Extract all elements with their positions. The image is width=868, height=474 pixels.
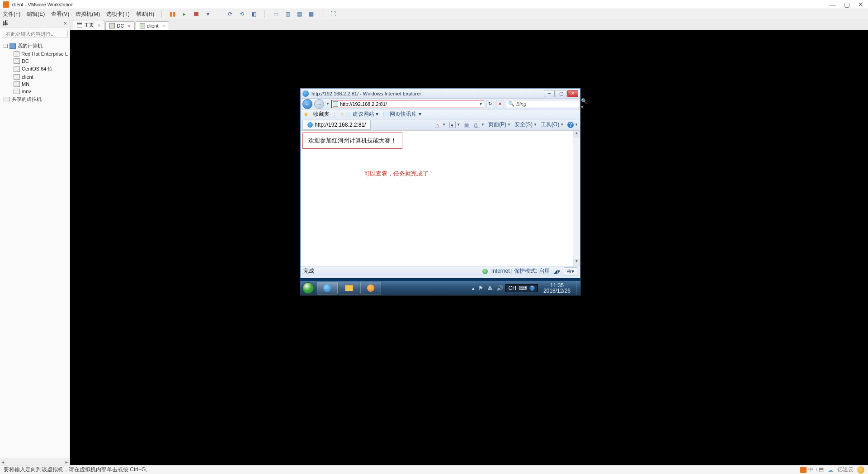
minimize-button[interactable]: — [830,1,836,8]
search-bar[interactable]: 🔍 🔍▾ [506,100,578,108]
snapshot-manager-icon[interactable]: ◧ [250,10,257,18]
search-go-icon[interactable]: 🔍▾ [581,98,587,110]
clock-date: 2018/12/26 [543,288,571,294]
pause-vm-icon[interactable]: ▮▮ [169,10,176,18]
ie-window: http://192.168.2.2:81/ - Windows Interne… [300,88,580,278]
menu-vm[interactable]: 虚拟机(M) [75,10,100,18]
help-icon[interactable]: ?▼ [567,122,578,128]
watermark-text: 亿速云 [837,466,854,474]
menu-edit[interactable]: 编辑(E) [27,10,45,18]
maximize-button[interactable]: ▢ [844,1,850,8]
feeds-icon[interactable]: ➧▼ [449,122,460,128]
view-thumbnail-icon[interactable]: ▥ [284,10,291,18]
tab-close-icon[interactable]: × [98,23,100,28]
back-button[interactable]: ← [302,99,312,109]
show-desktop-button[interactable] [576,281,580,295]
view-console-icon[interactable]: ▭ [272,10,279,18]
ime-icon[interactable]: ⌨ [519,285,527,291]
guest-desktop[interactable]: http://192.168.2.2:81/ - Windows Interne… [300,88,581,296]
tree-item-client[interactable]: client [1,73,69,81]
tree-item-mnv[interactable]: mnv [1,88,69,95]
vm-icon [14,74,20,80]
home-icon[interactable]: ⌂▼ [435,122,446,128]
tab-client[interactable]: client× [136,21,169,30]
ie-minimize-button[interactable]: ─ [544,90,555,97]
view-multi-icon[interactable]: ▦ [307,10,315,18]
tray-expand-icon[interactable]: ▲ [471,286,476,291]
search-input[interactable] [516,101,579,107]
refresh-button[interactable]: ↻ [486,100,494,108]
menu-file[interactable]: 文件(F) [3,10,20,18]
tab-close-icon[interactable]: × [162,23,165,28]
address-bar[interactable]: ▼ [331,100,484,108]
fullscreen-icon[interactable]: ⛶ [330,10,337,18]
computer-icon [9,43,16,49]
system-tray: ⚑ 🖧 🔊 [478,285,503,291]
nav-dropdown-icon[interactable]: ▼ [326,102,330,106]
stop-button[interactable]: ✕ [496,100,504,108]
tree-shared-vms[interactable]: 共享的虚拟机 [1,95,69,104]
tools-menu[interactable]: 工具(O)▼ [541,121,564,128]
ie-tab-label: http://192.168.2.2:81/ [315,122,366,128]
favorites-star-icon[interactable]: ★ [303,111,309,118]
windows-taskbar: ▲ ⚑ 🖧 🔊 CH ⌨ ? 11:35 [300,281,580,295]
vm-viewport[interactable]: http://192.168.2.2:81/ - Windows Interne… [70,30,868,465]
host-ime-indicator[interactable]: 中 ⁝ ⬒ [800,466,824,474]
tree-item-mn[interactable]: MN [1,81,69,88]
taskbar-media-player[interactable] [360,282,381,294]
language-bar[interactable]: CH ⌨ ? [505,284,538,292]
action-center-icon[interactable]: ⚑ [478,285,485,291]
snapshot-icon[interactable]: ⟳ [226,10,234,18]
menu-help[interactable]: 帮助(H) [136,10,155,18]
network-icon[interactable]: 🖧 [487,285,494,291]
taskbar-ie[interactable] [317,282,338,294]
address-dropdown-icon[interactable]: ▼ [479,102,483,106]
sogou-icon [800,467,807,473]
tab-home[interactable]: 主页× [73,20,104,30]
tree-item-redhat[interactable]: Red Hat Enterprise L [1,50,69,57]
shared-vm-icon [4,97,10,102]
sidebar-close-icon[interactable]: × [64,20,67,27]
start-button[interactable] [300,281,316,295]
print-icon[interactable]: ⎙▼ [474,122,485,128]
vm-icon [14,51,19,57]
favorites-label[interactable]: 收藏夹 [313,110,330,118]
tree-root-my-computer[interactable]: − 我的计算机 [1,42,69,50]
tab-close-icon[interactable]: × [127,23,130,28]
sidebar-header: 库 [3,19,8,27]
stop-vm-icon[interactable] [193,10,200,18]
zoom-control[interactable]: ⊕▾ [564,267,577,275]
view-unity-icon[interactable]: ▤ [296,10,303,18]
menu-tabs[interactable]: 选项卡(T) [106,10,129,18]
close-button[interactable]: ✕ [858,1,863,8]
sidebar-search-input[interactable] [6,31,68,37]
safety-menu[interactable]: 安全(S)▼ [514,121,537,128]
ie-titlebar[interactable]: http://192.168.2.2:81/ - Windows Interne… [301,89,580,99]
mail-icon[interactable]: ✉ [464,122,470,128]
ime-help-icon[interactable]: ? [529,285,535,291]
ie-close-button[interactable]: ✕ [567,90,578,97]
collapse-icon[interactable]: − [4,44,8,48]
address-input[interactable] [340,101,477,107]
ie-maximize-button[interactable]: ▢ [556,90,566,97]
menu-view[interactable]: 查看(V) [51,10,69,18]
taskbar-explorer[interactable] [339,282,359,294]
page-scrollbar[interactable]: ▲▼ [573,131,580,266]
ie-favorites-bar: ★ 收藏夹 | ☆建议网站 ▾ 网页快讯库 ▾ [301,109,580,119]
sidebar-search[interactable]: ▼ [2,30,68,38]
tree-item-centos[interactable]: CentOS 64 位 [1,65,69,73]
ie-page-tab[interactable]: http://192.168.2.2:81/ [302,120,371,130]
volume-icon[interactable]: 🔊 [496,285,503,291]
forward-button[interactable]: → [314,99,324,109]
fav-web-slices[interactable]: 网页快讯库 ▾ [383,110,421,118]
protected-mode-icon[interactable]: ◢▾ [553,268,560,275]
play-vm-icon[interactable]: ▸ [181,10,188,18]
taskbar-clock[interactable]: 11:35 2018/12/26 [541,283,573,294]
snapshot-revert-icon[interactable]: ⟲ [238,10,245,18]
tree-item-dc[interactable]: DC [1,57,69,65]
sidebar-scrollbar[interactable]: ◄► [0,459,70,465]
fav-suggested-sites[interactable]: ☆建议网站 ▾ [340,110,378,118]
power-menu-icon[interactable]: ▾ [204,10,212,18]
tab-dc[interactable]: DC× [105,21,134,30]
page-menu[interactable]: 页面(P)▼ [488,121,511,128]
